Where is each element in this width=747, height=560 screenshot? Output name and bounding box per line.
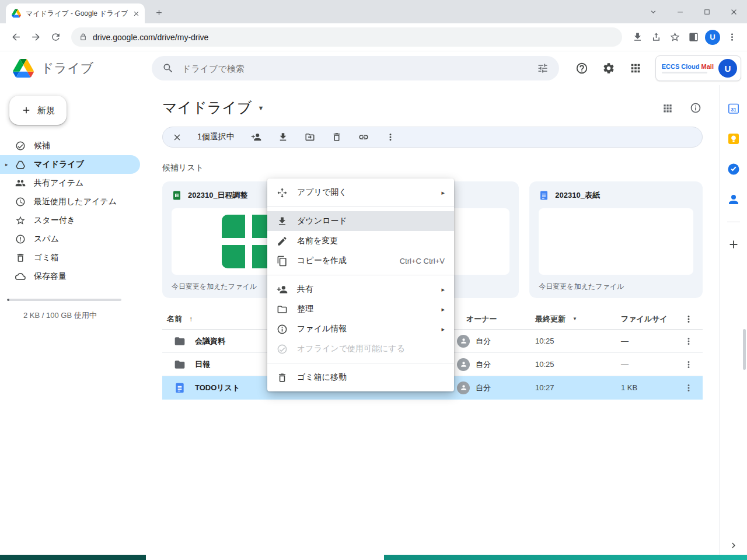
settings-gear-icon[interactable] <box>597 57 620 80</box>
menu-item-label: ダウンロード <box>297 216 347 226</box>
browser-tab[interactable]: マイドライブ - Google ドライブ <box>6 4 145 23</box>
list-settings-icon[interactable] <box>675 314 703 324</box>
sidebar-item-spam[interactable]: スパム <box>0 230 140 249</box>
new-tab-button[interactable] <box>151 4 167 20</box>
dots-v-icon[interactable] <box>385 132 396 142</box>
sidebar-item-recent[interactable]: 最近使用したアイテム <box>0 192 140 211</box>
reload-button[interactable] <box>46 27 65 47</box>
sidebar-item-trash[interactable]: ゴミ箱 <box>0 249 140 267</box>
account-badge-text: ECCS Cloud Mail <box>662 63 714 74</box>
desktop-edge <box>0 555 747 560</box>
star-button[interactable] <box>665 28 684 47</box>
window-minimize-button[interactable] <box>666 0 693 23</box>
page-title[interactable]: マイドライブ <box>162 98 252 117</box>
companion-add-button[interactable] <box>725 236 742 253</box>
context-menu-item[interactable]: 共有▸ <box>267 279 454 299</box>
sidebar-item-label: 共有アイテム <box>34 178 83 188</box>
context-menu-item[interactable]: ファイル情報▸ <box>267 319 454 339</box>
context-menu-item[interactable]: アプリで開く▸ <box>267 183 454 202</box>
context-menu-item[interactable]: 整理▸ <box>267 299 454 319</box>
menu-item-label: 名前を変更 <box>297 236 338 246</box>
sort-desc-icon[interactable]: ▼ <box>573 316 577 321</box>
companion-contacts-button[interactable] <box>725 191 742 208</box>
account-avatar[interactable]: U <box>718 59 737 78</box>
search-input[interactable] <box>182 64 529 74</box>
context-menu-item[interactable]: ゴミ箱に移動 <box>267 368 454 387</box>
grid-view-icon[interactable] <box>662 102 673 114</box>
context-menu-item[interactable]: ダウンロード <box>267 211 454 231</box>
owner-cell: 自分 <box>455 382 525 394</box>
sidebar-item-my-drive[interactable]: ▸マイドライブ <box>0 155 140 174</box>
offline-icon <box>277 344 288 355</box>
new-button[interactable]: 新規 <box>9 96 67 125</box>
dots-v-icon <box>683 336 694 346</box>
side-panel-button[interactable] <box>684 28 703 47</box>
details-info-icon[interactable] <box>690 102 701 114</box>
window-chevron-down-button[interactable] <box>640 0 666 23</box>
suggestion-card-preview <box>539 208 693 275</box>
download-icon[interactable] <box>278 132 288 142</box>
browser-tab-strip: マイドライブ - Google ドライブ <box>0 0 747 23</box>
menu-item-label: 整理 <box>297 304 313 314</box>
browser-menu-icon[interactable] <box>722 28 741 47</box>
tab-close-icon[interactable] <box>132 10 140 18</box>
selection-count: 1個選択中 <box>197 132 235 142</box>
drive-logo-icon[interactable] <box>13 59 34 78</box>
selection-actions <box>251 132 396 142</box>
share-button[interactable] <box>647 28 665 47</box>
window-close-button[interactable] <box>720 0 747 23</box>
account-badge[interactable]: ECCS Cloud Mail U <box>655 55 741 81</box>
lock-icon[interactable] <box>79 33 87 41</box>
companion-calendar-button[interactable]: 31 <box>725 100 742 117</box>
share-icon <box>651 32 662 43</box>
title-dropdown-caret-icon[interactable]: ▼ <box>258 104 264 111</box>
download-button[interactable] <box>628 28 647 47</box>
sidebar-item-label: 候補 <box>34 141 50 151</box>
row-menu-button[interactable] <box>675 383 703 393</box>
search-icon[interactable] <box>162 62 174 74</box>
sidebar-item-starred[interactable]: スター付き <box>0 211 140 230</box>
svg-text:31: 31 <box>731 107 736 113</box>
search-options-icon[interactable] <box>537 62 549 74</box>
submenu-arrow-icon: ▸ <box>441 306 445 313</box>
suggestion-card-name: 202310_表紙 <box>555 190 600 201</box>
sort-asc-icon[interactable]: ↑ <box>189 315 193 323</box>
column-size[interactable]: ファイルサイ <box>609 314 675 324</box>
download-icon <box>632 32 643 43</box>
person-add-icon[interactable] <box>251 132 261 142</box>
forward-button[interactable] <box>26 27 46 47</box>
back-button[interactable] <box>6 27 26 47</box>
suggestion-card[interactable]: 202310_表紙今日変更を加えたファイル <box>529 181 703 298</box>
sidebar-item-shared[interactable]: 共有アイテム <box>0 174 140 192</box>
apps-grid-icon[interactable] <box>624 57 647 80</box>
column-modified[interactable]: 最終更新 ▼ <box>525 314 609 324</box>
download-icon <box>277 216 288 227</box>
star-icon <box>669 32 680 43</box>
new-button-label: 新規 <box>37 105 55 116</box>
scrollbar[interactable] <box>743 329 746 370</box>
account-badge-subtext <box>662 72 707 74</box>
companion-tasks-button[interactable] <box>725 161 742 177</box>
folder-move-icon[interactable] <box>305 132 315 142</box>
browser-profile-avatar[interactable]: U <box>705 30 720 45</box>
row-menu-button[interactable] <box>675 359 703 370</box>
sidebar-item-suggestions[interactable]: 候補 <box>0 136 140 155</box>
app-name[interactable]: ドライブ <box>41 60 93 77</box>
companion-keep-button[interactable] <box>725 131 742 147</box>
context-menu-item[interactable]: コピーを作成Ctrl+C Ctrl+V <box>267 251 454 271</box>
trash-icon[interactable] <box>331 132 342 142</box>
help-icon[interactable] <box>570 57 594 80</box>
expand-caret-icon[interactable]: ▸ <box>5 162 8 167</box>
row-menu-button[interactable] <box>675 336 703 346</box>
link-icon[interactable] <box>358 132 369 142</box>
window-maximize-button[interactable] <box>693 0 720 23</box>
pencil-icon <box>277 236 288 247</box>
collapse-panel-icon[interactable] <box>728 540 739 551</box>
copy-icon <box>277 256 288 267</box>
clear-selection-icon[interactable] <box>172 132 182 142</box>
search-bar[interactable] <box>152 56 559 80</box>
address-bar[interactable]: drive.google.com/drive/my-drive <box>71 27 622 47</box>
sidebar-item-storage[interactable]: 保存容量 <box>0 267 140 286</box>
context-menu-item[interactable]: 名前を変更 <box>267 231 454 251</box>
column-owner[interactable]: オーナー <box>455 314 525 324</box>
